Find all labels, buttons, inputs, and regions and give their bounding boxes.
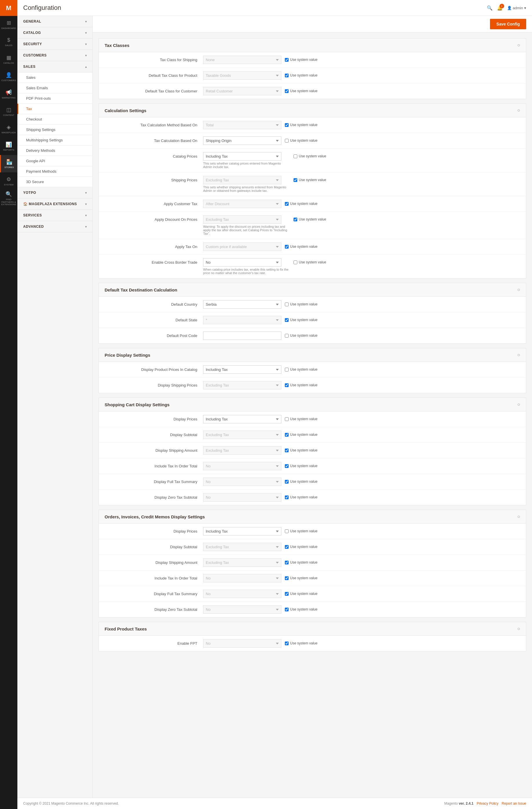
select-display-shipping-prices[interactable]: Excluding TaxIncluding TaxBoth — [203, 381, 281, 390]
use-system-label-enable-cross-border[interactable]: Use system value — [293, 258, 326, 264]
use-system-checkbox-tax-class-shipping[interactable] — [285, 58, 289, 62]
nav-section-customers[interactable]: CUSTOMERS ▾ — [17, 50, 92, 61]
nav-sub-item-checkout[interactable]: Checkout — [17, 114, 92, 125]
use-system-checkbox-oi-display-zero-tax-subtotal[interactable] — [285, 608, 289, 612]
nav-sub-item-pdf-print-outs[interactable]: PDF Print-outs — [17, 93, 92, 104]
report-issue-link[interactable]: Report an Issue — [501, 802, 526, 806]
use-system-label-sc-include-tax-order-total[interactable]: Use system value — [285, 462, 318, 468]
nav-sub-item-payment-methods[interactable]: Payment Methods — [17, 166, 92, 177]
use-system-checkbox-oi-include-tax-order-total[interactable] — [285, 576, 289, 580]
use-system-label-oi-include-tax-order-total[interactable]: Use system value — [285, 574, 318, 580]
nav-section-yotpo[interactable]: YOTPO ▾ — [17, 187, 92, 199]
use-system-checkbox-shipping-prices[interactable] — [293, 178, 297, 182]
section-toggle-orders_invoices[interactable]: ○ — [517, 514, 520, 519]
use-system-label-sc-display-zero-tax-subtotal[interactable]: Use system value — [285, 493, 318, 499]
select-enable-cross-border[interactable]: NoYes — [203, 258, 281, 266]
use-system-label-enable-fpt[interactable]: Use system value — [285, 639, 318, 645]
use-system-label-shipping-prices[interactable]: Use system value — [293, 176, 326, 182]
sidebar-item-mageplaza[interactable]: ◈ MAGEPLAZA — [0, 120, 17, 138]
nav-sub-item-shipping-settings[interactable]: Shipping Settings — [17, 125, 92, 135]
use-system-label-oi-display-full-tax-summary[interactable]: Use system value — [285, 590, 318, 596]
use-system-label-sc-display-prices[interactable]: Use system value — [285, 415, 318, 421]
sidebar-item-customers[interactable]: 👤 CUSTOMERS — [0, 68, 17, 85]
use-system-checkbox-oi-display-prices[interactable] — [285, 529, 289, 533]
nav-section-services[interactable]: SERVICES ▾ — [17, 210, 92, 221]
nav-sub-item-multishipping-settings[interactable]: Multishipping Settings — [17, 135, 92, 145]
section-toggle-shopping_cart_display[interactable]: ○ — [517, 402, 520, 407]
sidebar-item-find[interactable]: 🔍 FIND PARTNERS & EXTENSIONS — [0, 190, 17, 207]
select-oi-display-shipping-amount[interactable]: Excluding TaxIncluding TaxBoth — [203, 558, 281, 567]
select-sc-include-tax-order-total[interactable]: NoYes — [203, 462, 281, 470]
use-system-checkbox-display-shipping-prices[interactable] — [285, 383, 289, 387]
use-system-checkbox-default-country[interactable] — [285, 303, 289, 306]
use-system-label-default-tax-class-customer[interactable]: Use system value — [285, 87, 318, 93]
nav-sub-item-3d-secure[interactable]: 3D Secure — [17, 177, 92, 187]
select-tax-calc-based-on[interactable]: Shipping AddressBilling AddressShipping … — [203, 136, 281, 145]
use-system-checkbox-tax-calc-based-on[interactable] — [285, 139, 289, 142]
use-system-label-sc-display-subtotal[interactable]: Use system value — [285, 431, 318, 437]
select-tax-class-shipping[interactable]: NoneTaxable GoodsRetail Customer — [203, 56, 281, 64]
select-sc-display-subtotal[interactable]: Excluding TaxIncluding TaxBoth — [203, 431, 281, 439]
nav-section-mageplaza-extensions[interactable]: 🏠 MAGEPLAZA EXTENSIONS ▾ — [17, 199, 92, 210]
use-system-label-tax-class-shipping[interactable]: Use system value — [285, 56, 318, 62]
use-system-label-catalog-prices[interactable]: Use system value — [293, 152, 326, 158]
use-system-label-default-country[interactable]: Use system value — [285, 300, 318, 306]
use-system-checkbox-default-tax-class-product[interactable] — [285, 74, 289, 78]
use-system-checkbox-enable-fpt[interactable] — [285, 641, 289, 645]
use-system-checkbox-sc-display-full-tax-summary[interactable] — [285, 480, 289, 484]
select-shipping-prices[interactable]: Excluding TaxIncluding Tax — [203, 176, 281, 184]
save-config-button[interactable]: Save Config — [490, 19, 526, 29]
use-system-label-oi-display-shipping-amount[interactable]: Use system value — [285, 558, 318, 565]
select-apply-tax-on[interactable]: Custom price if availableOriginal price … — [203, 242, 281, 251]
use-system-checkbox-sc-display-zero-tax-subtotal[interactable] — [285, 496, 289, 499]
sidebar-item-catalog[interactable]: ▦ CATALOG — [0, 51, 17, 68]
sidebar-item-sales[interactable]: $ SALES — [0, 33, 17, 51]
select-sc-display-full-tax-summary[interactable]: NoYes — [203, 478, 281, 486]
use-system-label-oi-display-subtotal[interactable]: Use system value — [285, 543, 318, 549]
select-oi-display-full-tax-summary[interactable]: NoYes — [203, 590, 281, 598]
privacy-policy-link[interactable]: Privacy Policy — [477, 802, 498, 806]
sidebar-item-marketing[interactable]: 📢 MARKETING — [0, 85, 17, 103]
select-apply-discount-on-prices[interactable]: Excluding TaxIncluding Tax — [203, 215, 281, 224]
sidebar-item-reports[interactable]: 📊 REPORTS — [0, 138, 17, 155]
nav-section-catalog[interactable]: CATALOG ▾ — [17, 27, 92, 38]
use-system-label-tax-calc-based-on[interactable]: Use system value — [285, 136, 318, 142]
use-system-label-apply-customer-tax[interactable]: Use system value — [285, 200, 318, 206]
use-system-label-tax-calc-method[interactable]: Use system value — [285, 121, 318, 127]
select-oi-display-zero-tax-subtotal[interactable]: NoYes — [203, 605, 281, 614]
use-system-checkbox-apply-customer-tax[interactable] — [285, 202, 289, 206]
use-system-checkbox-catalog-prices[interactable] — [293, 154, 297, 158]
use-system-label-sc-display-full-tax-summary[interactable]: Use system value — [285, 478, 318, 484]
select-catalog-prices[interactable]: Excluding TaxIncluding Tax — [203, 152, 281, 160]
nav-section-general[interactable]: GENERAL ▾ — [17, 16, 92, 27]
use-system-checkbox-oi-display-subtotal[interactable] — [285, 545, 289, 549]
select-default-tax-class-customer[interactable]: NoneTaxable GoodsRetail Customer — [203, 87, 281, 95]
use-system-checkbox-default-tax-class-customer[interactable] — [285, 89, 289, 93]
use-system-checkbox-default-post-code[interactable] — [285, 334, 289, 338]
select-enable-fpt[interactable]: NoYes — [203, 639, 281, 648]
select-apply-customer-tax[interactable]: Before DiscountAfter Discount — [203, 200, 281, 208]
section-toggle-fixed_product_taxes[interactable]: ○ — [517, 626, 520, 631]
use-system-label-default-state[interactable]: Use system value — [285, 316, 318, 322]
sidebar-item-stores[interactable]: 🏪 STORES — [0, 155, 17, 172]
use-system-label-sc-display-shipping-amount[interactable]: Use system value — [285, 446, 318, 452]
select-oi-include-tax-order-total[interactable]: NoYes — [203, 574, 281, 582]
sidebar-item-dashboard[interactable]: ⊞ DASHBOARD — [0, 16, 17, 33]
sidebar-item-content[interactable]: ◫ CONTENT — [0, 103, 17, 120]
nav-sub-item-sales[interactable]: Sales — [17, 72, 92, 83]
use-system-label-default-tax-class-product[interactable]: Use system value — [285, 71, 318, 78]
use-system-label-apply-discount-on-prices[interactable]: Use system value — [293, 215, 326, 221]
nav-section-advanced[interactable]: ADVANCED ▾ — [17, 221, 92, 233]
nav-sub-item-tax[interactable]: Tax — [17, 104, 92, 114]
use-system-checkbox-tax-calc-method[interactable] — [285, 123, 289, 127]
select-oi-display-subtotal[interactable]: Excluding TaxIncluding TaxBoth — [203, 543, 281, 551]
section-toggle-price_display[interactable]: ○ — [517, 352, 520, 358]
admin-user-button[interactable]: 👤 admin ▾ — [507, 6, 526, 10]
select-default-country[interactable]: SerbiaUnited StatesGermany — [203, 300, 281, 309]
use-system-label-display-product-prices-catalog[interactable]: Use system value — [285, 365, 318, 372]
nav-section-sales[interactable]: SALES ▴ — [17, 61, 92, 72]
use-system-checkbox-apply-discount-on-prices[interactable] — [293, 218, 297, 221]
select-tax-calc-method[interactable]: Unit PriceRow TotalTotal — [203, 121, 281, 129]
use-system-checkbox-oi-display-full-tax-summary[interactable] — [285, 592, 289, 596]
select-sc-display-zero-tax-subtotal[interactable]: NoYes — [203, 493, 281, 502]
